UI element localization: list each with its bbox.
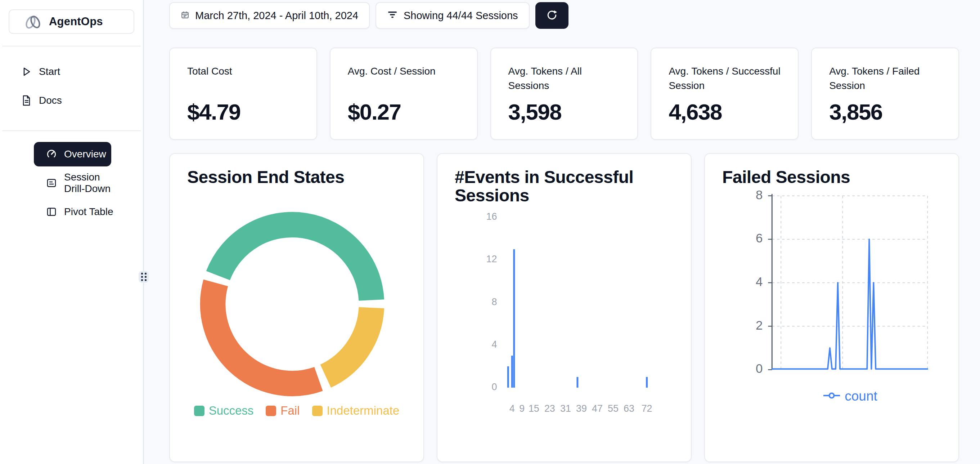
legend-item-success[interactable]: Success [194,404,254,418]
sidebar-item-pivot-table[interactable]: Pivot Table [25,198,122,226]
svg-text:6: 6 [756,231,762,245]
sidebar-item-overview[interactable]: Overview [34,142,111,166]
legend-item-fail[interactable]: Fail [266,404,299,418]
legend-label: Indeterminate [327,404,399,418]
sidebar-resize-handle[interactable] [138,271,149,283]
stat-card-avg-tokens-successful-session: Avg. Tokens / Successful Session4,638 [651,48,799,140]
count-legend[interactable]: count [772,389,929,404]
play-icon [20,65,32,78]
svg-text:4: 4 [492,339,497,350]
svg-text:15: 15 [528,403,539,414]
count-legend-label: count [845,389,877,404]
stat-label: Avg. Cost / Session [348,64,460,78]
donut-legend: SuccessFailIndeterminate [170,404,423,418]
sidebar-item-label: Docs [39,95,62,106]
svg-text:39: 39 [576,403,587,414]
main-content: March 27th, 2024 - April 10th, 2024 Show… [144,0,980,464]
chart-title: Failed Sessions [722,168,944,187]
events-histogram-card: #Events in Successful Sessions 048121649… [437,153,692,462]
app-title: AgentOps [49,15,103,28]
toolbar: March 27th, 2024 - April 10th, 2024 Show… [169,2,959,29]
svg-text:0: 0 [492,381,497,392]
stat-value: $4.79 [187,99,299,124]
sidebar-item-label: Start [39,66,60,77]
legend-swatch [312,406,323,416]
sessions-filter-label: Showing 44/44 Sessions [404,10,518,22]
stat-value: 4,638 [668,99,781,124]
svg-text:63: 63 [624,403,634,414]
stat-label: Total Cost [187,64,299,78]
sidebar-item-label: Pivot Table [64,206,113,218]
stat-label: Avg. Tokens / Failed Session [829,64,941,93]
svg-text:31: 31 [560,403,571,414]
refresh-icon [545,8,559,23]
refresh-button[interactable] [535,2,568,29]
chart-title: Session End States [187,168,409,187]
panel-icon [45,206,57,218]
date-range-label: March 27th, 2024 - April 10th, 2024 [195,10,358,22]
stat-card-avg-tokens-failed-session: Avg. Tokens / Failed Session3,856 [811,48,959,140]
stat-value: 3,856 [829,99,941,124]
legend-item-indeterminate[interactable]: Indeterminate [312,404,399,418]
charts-row: Session End States SuccessFailIndetermin… [169,153,959,462]
calendar-icon [181,10,189,22]
sidebar-nav-main: OverviewSession Drill-DownPivot Table [0,131,143,226]
stat-label: Avg. Tokens / All Sessions [508,64,620,93]
sidebar-nav-top: StartDocs [0,57,143,115]
sidebar-item-docs[interactable]: Docs [0,86,143,115]
svg-text:8: 8 [756,188,762,202]
sidebar-item-session-drill-down[interactable]: Session Drill-Down [25,169,122,198]
logo-card[interactable]: AgentOps [9,10,134,34]
sidebar-item-start[interactable]: Start [0,57,143,86]
svg-text:23: 23 [544,403,555,414]
filter-icon [387,9,398,22]
failed-sessions-card: Failed Sessions 02468 count [704,153,959,462]
svg-text:72: 72 [641,403,652,414]
svg-text:55: 55 [608,403,619,414]
sidebar-divider [2,46,141,46]
legend-swatch [266,406,276,416]
sidebar: AgentOps StartDocs OverviewSession Drill… [0,0,144,464]
sidebar-item-label: Overview [64,148,106,160]
stat-card-avg-cost-session: Avg. Cost / Session$0.27 [330,48,478,140]
svg-text:0: 0 [756,361,762,375]
chart-title: #Events in Successful Sessions [455,168,676,205]
svg-text:47: 47 [592,403,603,414]
legend-label: Success [209,404,254,418]
agentops-logo-icon [24,11,43,32]
session-end-states-card: Session End States SuccessFailIndetermin… [169,153,424,462]
failed-sessions-line-chart[interactable]: 02468 [705,154,958,461]
stat-card-total-cost: Total Cost$4.79 [169,48,317,140]
svg-text:8: 8 [492,297,497,307]
svg-text:4: 4 [509,403,515,414]
list-icon [45,177,57,189]
count-legend-marker-icon [823,392,840,400]
stat-value: 3,598 [508,99,620,124]
sidebar-item-label: Session Drill-Down [64,171,122,195]
stat-card-avg-tokens-all-sessions: Avg. Tokens / All Sessions3,598 [490,48,638,140]
date-range-button[interactable]: March 27th, 2024 - April 10th, 2024 [169,2,370,29]
svg-text:2: 2 [756,318,762,332]
svg-text:9: 9 [519,403,525,414]
legend-label: Fail [280,404,299,418]
gauge-icon [45,148,57,160]
stat-value: $0.27 [348,99,460,124]
svg-text:12: 12 [486,254,497,265]
stats-row: Total Cost$4.79Avg. Cost / Session$0.27A… [169,48,959,140]
svg-text:16: 16 [486,211,497,222]
sessions-filter-button[interactable]: Showing 44/44 Sessions [375,2,530,29]
legend-swatch [194,406,205,416]
document-icon [20,94,32,107]
svg-text:4: 4 [756,274,762,289]
stat-label: Avg. Tokens / Successful Session [668,64,781,93]
